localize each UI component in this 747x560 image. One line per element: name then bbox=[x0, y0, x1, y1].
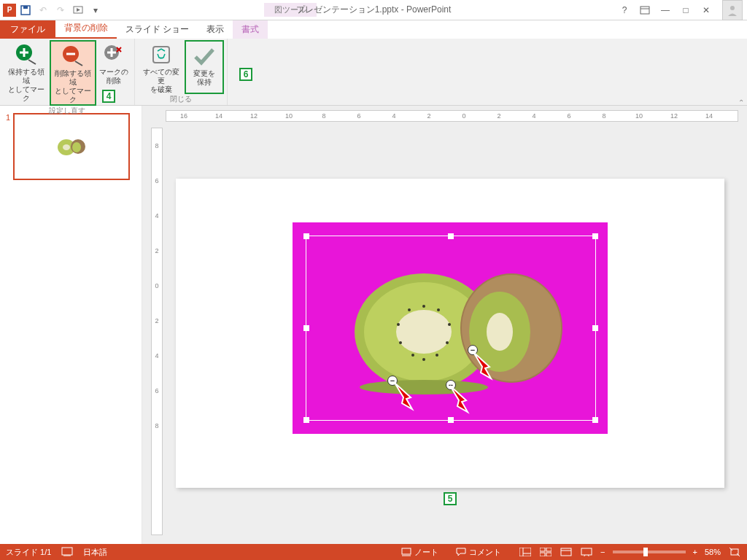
checkmark-icon bbox=[193, 44, 216, 68]
svg-line-13 bbox=[75, 61, 82, 66]
svg-rect-52 bbox=[540, 548, 545, 551]
fit-to-window-button[interactable] bbox=[728, 547, 741, 557]
group-refine-label: 設定し直す bbox=[49, 106, 85, 117]
discard-all-changes-button[interactable]: すべての変更 を破棄 bbox=[138, 40, 185, 94]
mark-remove-label: 削除する領域 としてマーク bbox=[54, 69, 92, 104]
app-icon: P bbox=[3, 4, 16, 17]
minus-circle-icon bbox=[61, 44, 85, 68]
status-bar-right: ノート コメント − + 58% bbox=[401, 547, 741, 558]
status-bar: スライド 1/1 日本語 ノート コメント − + 58% bbox=[0, 544, 747, 560]
resize-handle-sw[interactable] bbox=[303, 417, 309, 423]
undo-button[interactable]: ↶ bbox=[35, 2, 51, 18]
resize-handle-ne[interactable] bbox=[592, 233, 598, 239]
recycle-icon bbox=[150, 43, 173, 66]
resize-handle-se[interactable] bbox=[592, 417, 598, 423]
resize-handle-s[interactable] bbox=[448, 417, 454, 423]
user-account-icon[interactable] bbox=[722, 0, 743, 20]
thumbnail-kiwi-icon bbox=[55, 136, 88, 157]
svg-rect-53 bbox=[546, 548, 551, 551]
language-indicator[interactable]: 日本語 bbox=[83, 547, 107, 558]
reading-view-button[interactable] bbox=[560, 547, 573, 557]
zoom-percent[interactable]: 58% bbox=[705, 548, 721, 556]
instruction-arrow-3 bbox=[471, 349, 500, 381]
slide-thumbnail-1[interactable]: 1 bbox=[6, 113, 136, 180]
discard-all-label: すべての変更 を破棄 bbox=[141, 68, 182, 94]
resize-handle-e[interactable] bbox=[592, 325, 598, 331]
instruction-arrow-2 bbox=[447, 383, 476, 415]
svg-rect-49 bbox=[519, 548, 531, 556]
svg-rect-55 bbox=[546, 553, 551, 556]
title-bar: P ↶ ↷ ▾ 図ツール プレゼンテーション1.pptx - PowerPoin… bbox=[0, 0, 747, 20]
resize-handle-n[interactable] bbox=[448, 233, 454, 239]
group-close-label: 閉じる bbox=[170, 94, 192, 106]
delete-mark-icon bbox=[102, 43, 125, 66]
svg-rect-4 bbox=[640, 7, 649, 14]
close-button[interactable]: ✕ bbox=[699, 3, 713, 18]
resize-handle-nw[interactable] bbox=[303, 233, 309, 239]
svg-rect-54 bbox=[540, 553, 545, 556]
step-badge-6: 6 bbox=[239, 68, 252, 81]
svg-marker-3 bbox=[77, 8, 80, 12]
mark-keep-label: 保持する領域 としてマーク bbox=[6, 68, 47, 103]
tab-file[interactable]: ファイル bbox=[0, 20, 55, 39]
notes-button[interactable]: ノート bbox=[401, 547, 438, 558]
zoom-out-button[interactable]: − bbox=[600, 548, 605, 556]
svg-line-10 bbox=[28, 60, 36, 64]
slide-sorter-view-button[interactable] bbox=[539, 547, 552, 557]
svg-marker-43 bbox=[450, 386, 468, 412]
resize-handle-w[interactable] bbox=[303, 325, 309, 331]
slideshow-view-button[interactable] bbox=[580, 547, 593, 557]
ribbon-tabs: ファイル 背景の削除 スライド ショー 表示 書式 bbox=[0, 20, 747, 39]
start-from-beginning-button[interactable] bbox=[70, 2, 86, 18]
plus-circle-icon bbox=[15, 43, 38, 66]
keep-changes-label: 変更を 保持 bbox=[193, 69, 215, 87]
zoom-slider-knob[interactable] bbox=[643, 548, 648, 556]
thumbnail-image[interactable] bbox=[13, 113, 130, 180]
redo-button[interactable]: ↷ bbox=[53, 2, 69, 18]
tab-background-removal[interactable]: 背景の削除 bbox=[55, 19, 117, 39]
ribbon-display-options-button[interactable] bbox=[638, 3, 652, 18]
qat-customize-button[interactable]: ▾ bbox=[88, 2, 104, 18]
slide-editor[interactable]: 1614121086420246810121416 864202468 bbox=[142, 106, 747, 544]
tab-slideshow[interactable]: スライド ショー bbox=[117, 20, 198, 39]
spellcheck-icon[interactable] bbox=[61, 547, 73, 557]
slide-indicator[interactable]: スライド 1/1 bbox=[6, 547, 51, 558]
minimize-button[interactable]: — bbox=[658, 3, 673, 18]
tab-view[interactable]: 表示 bbox=[198, 20, 233, 39]
window-title: プレゼンテーション1.pptx - PowerPoint bbox=[296, 4, 452, 16]
keep-changes-button[interactable]: 変更を 保持 bbox=[185, 40, 224, 94]
slide-thumbnail-pane[interactable]: 1 bbox=[0, 106, 142, 544]
svg-marker-42 bbox=[395, 383, 412, 409]
svg-rect-1 bbox=[23, 6, 28, 9]
delete-mark-label: マークの 削除 bbox=[99, 68, 128, 85]
comments-button[interactable]: コメント bbox=[456, 547, 501, 558]
step-badge-5: 5 bbox=[444, 492, 457, 505]
ribbon: 保持する領域 としてマーク 削除する領域 としてマーク マークの 削除 設定し直… bbox=[0, 39, 747, 106]
instruction-arrow-1 bbox=[392, 380, 421, 412]
svg-rect-45 bbox=[62, 548, 72, 555]
quick-access-toolbar: P ↶ ↷ ▾ bbox=[0, 2, 104, 18]
svg-rect-56 bbox=[561, 548, 571, 556]
svg-point-6 bbox=[730, 6, 735, 10]
svg-rect-58 bbox=[581, 548, 592, 555]
workspace: 1 1614121086420246810121416 864202468 bbox=[0, 106, 747, 544]
help-button[interactable]: ? bbox=[617, 3, 632, 18]
mark-areas-to-keep-button[interactable]: 保持する領域 としてマーク bbox=[3, 40, 50, 106]
svg-point-21 bbox=[63, 144, 70, 150]
horizontal-ruler: 1614121086420246810121416 bbox=[166, 110, 738, 122]
svg-point-23 bbox=[72, 142, 81, 152]
normal-view-button[interactable] bbox=[519, 547, 532, 557]
vertical-ruler: 864202468 bbox=[151, 128, 163, 535]
svg-marker-44 bbox=[473, 352, 491, 378]
restore-button[interactable]: □ bbox=[678, 3, 693, 18]
thumbnail-number: 1 bbox=[6, 113, 10, 180]
zoom-slider[interactable] bbox=[613, 551, 686, 553]
window-controls: ? — □ ✕ bbox=[617, 0, 747, 20]
step-badge-4: 4 bbox=[102, 90, 115, 103]
slide-canvas[interactable]: − − − 5 bbox=[176, 179, 724, 488]
save-button[interactable] bbox=[18, 2, 34, 18]
mark-areas-to-remove-button[interactable]: 削除する領域 としてマーク bbox=[50, 40, 96, 106]
ribbon-group-close: すべての変更 を破棄 変更を 保持 閉じる bbox=[135, 39, 228, 105]
tab-format[interactable]: 書式 bbox=[233, 20, 268, 39]
zoom-in-button[interactable]: + bbox=[693, 548, 697, 556]
